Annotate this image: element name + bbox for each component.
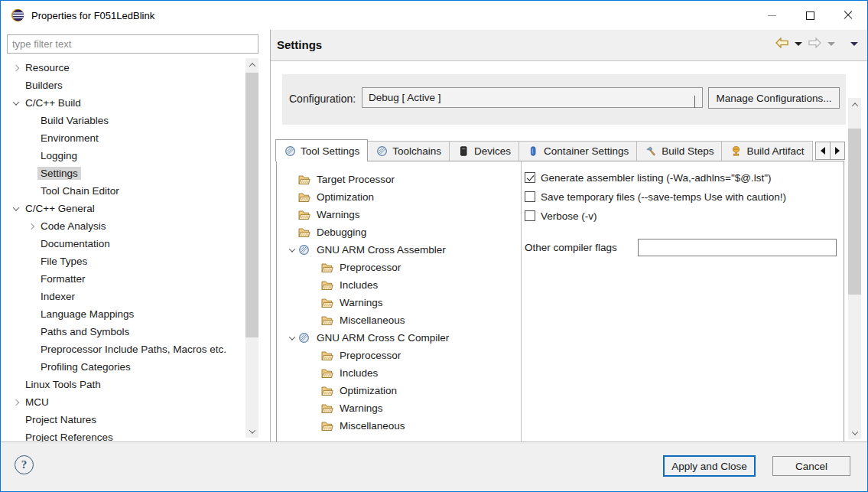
expander-icon[interactable] [286,248,298,253]
minimize-button[interactable] [753,1,791,30]
tool-tree-item[interactable]: Warnings [277,294,521,311]
checkbox[interactable] [525,210,535,221]
expander-icon[interactable] [25,224,37,229]
tree-item[interactable]: Documentation [1,235,244,253]
expander-icon[interactable] [10,400,22,405]
tree-item[interactable]: Tool Chain Editor [1,182,244,200]
expander-icon[interactable] [10,383,22,387]
checkbox[interactable] [525,172,535,183]
tree-item[interactable]: Logging [1,147,244,165]
expander-icon[interactable] [25,189,37,194]
expander-icon[interactable] [286,336,298,340]
filter-input[interactable] [7,34,258,54]
tool-tree-item[interactable]: Target Processor [277,171,521,188]
expander-icon[interactable] [10,207,22,211]
expander-icon[interactable] [25,259,37,264]
tree-item[interactable]: Linux Tools Path [1,376,244,393]
tree-item[interactable]: File Types [1,253,244,270]
expander-icon[interactable] [309,406,321,411]
configuration-select[interactable]: Debug [ Active ] [362,87,703,108]
expander-icon[interactable] [309,283,321,288]
expander-icon[interactable] [309,318,321,323]
expander-icon[interactable] [309,354,321,358]
maximize-button[interactable] [791,1,829,30]
sidebar-scrollbar[interactable] [245,58,258,438]
checkbox[interactable] [525,191,535,202]
expander-icon[interactable] [25,365,37,370]
tool-tree-item[interactable]: Includes [277,364,521,382]
expander-icon[interactable] [25,242,37,246]
expander-icon[interactable] [25,119,37,123]
scrollbar-up-button[interactable] [848,98,861,111]
tab[interactable]: Build Steps [636,141,722,161]
expander-icon[interactable] [10,435,22,440]
settings-scrollbar[interactable] [848,98,861,439]
forward-icon[interactable] [808,37,822,48]
back-history-dropdown-icon[interactable] [795,42,802,46]
tree-item[interactable]: Settings [1,165,244,182]
expander-icon[interactable] [25,154,37,158]
scrollbar-up-button[interactable] [245,58,258,71]
other-compiler-flags-input[interactable] [638,239,837,256]
scrollbar-down-button[interactable] [848,426,861,439]
expander-icon[interactable] [286,178,298,182]
apply-and-close-button[interactable]: Apply and Close [663,455,756,477]
option-row[interactable]: Generate assembler listing (-Wa,-adhlns=… [525,171,844,184]
tool-tree-item[interactable]: GNU ARM Cross C Compiler [277,329,521,347]
tab[interactable]: Container Settings [519,141,637,161]
tool-tree-item[interactable]: GNU ARM Cross Assembler [277,241,521,259]
expander-icon[interactable] [25,312,37,317]
tree-item[interactable]: C/C++ General [1,200,244,217]
expander-icon[interactable] [10,66,22,70]
expander-icon[interactable] [25,171,37,176]
close-button[interactable] [829,1,867,30]
tool-tree-item[interactable]: Preprocessor [277,347,521,364]
tree-item[interactable]: Environment [1,129,244,147]
expander-icon[interactable] [10,101,22,106]
tool-tree-item[interactable]: Includes [277,276,521,294]
expander-icon[interactable] [286,213,298,217]
expander-icon[interactable] [309,266,321,270]
expander-icon[interactable] [25,277,37,282]
tree-item[interactable]: Paths and Symbols [1,323,244,340]
tree-item[interactable]: Project Natures [1,411,244,428]
scrollbar-thumb[interactable] [245,73,258,337]
tab[interactable]: Toolchains [367,141,450,161]
tree-item[interactable]: Resource [1,59,244,77]
tool-tree-item[interactable]: Optimization [277,188,521,206]
cancel-button[interactable]: Cancel [772,456,850,476]
tree-item[interactable]: Build Variables [1,112,244,129]
tool-tree-item[interactable]: Miscellaneous [277,311,521,329]
expander-icon[interactable] [25,347,37,352]
tree-item[interactable]: Language Mappings [1,305,244,323]
expander-icon[interactable] [309,389,321,393]
manage-configurations-button[interactable]: Manage Configurations... [708,87,840,109]
expander-icon[interactable] [286,195,298,200]
tab[interactable]: Devices [449,141,519,161]
tree-item[interactable]: Indexer [1,288,244,305]
option-row[interactable]: Save temporary files (--save-temps Use w… [525,191,844,203]
tool-tree-item[interactable]: Optimization [277,382,521,399]
expander-icon[interactable] [309,301,321,305]
expander-icon[interactable] [25,330,37,334]
tab[interactable]: Build Artifact [721,141,812,161]
tab[interactable]: Tool Settings [275,139,368,161]
tool-tree-item[interactable]: Warnings [277,206,521,223]
scrollbar-down-button[interactable] [245,425,258,438]
view-menu-icon[interactable] [850,42,858,46]
expander-icon[interactable] [309,424,321,428]
tree-item[interactable]: Profiling Categories [1,358,244,376]
tool-tree-item[interactable]: Miscellaneous [277,417,521,435]
forward-history-dropdown-icon[interactable] [827,42,835,46]
expander-icon[interactable] [309,371,321,376]
help-button[interactable]: ? [15,455,34,474]
expander-icon[interactable] [25,136,37,141]
tool-tree-item[interactable]: Preprocessor [277,259,521,276]
expander-icon[interactable] [10,418,22,422]
tree-item[interactable]: Project References [1,428,244,441]
expander-icon[interactable] [25,295,37,299]
tab-scroll-left-button[interactable] [815,142,831,160]
back-icon[interactable] [775,37,789,48]
option-row[interactable]: Verbose (-v) [525,210,844,222]
tree-item[interactable]: MCU [1,393,244,411]
